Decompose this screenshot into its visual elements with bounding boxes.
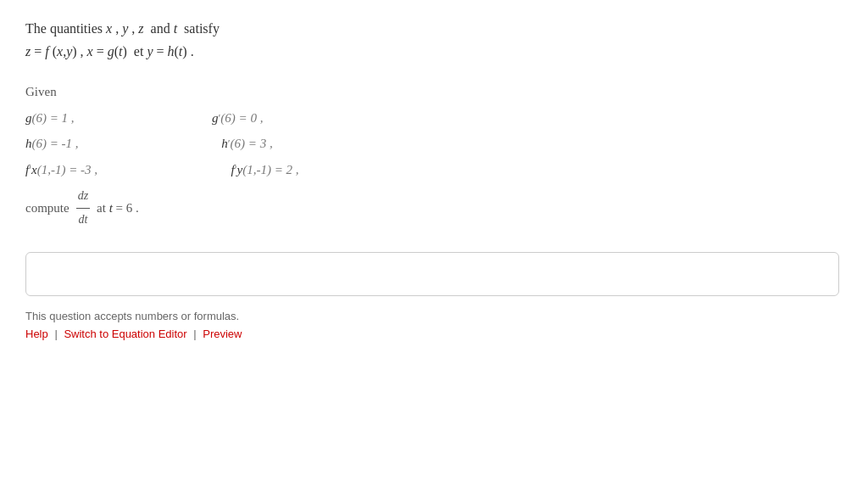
given-row-2-right: h′ (6) = 3 , — [212, 132, 843, 156]
fraction-dz-dt: dz dt — [76, 185, 90, 231]
given-label: Given — [25, 80, 843, 104]
separator-1: | — [54, 328, 60, 340]
help-link[interactable]: Help — [25, 328, 48, 340]
given-row-2-left: h(6) = -1 , — [25, 132, 212, 156]
equation-editor-link[interactable]: Switch to Equation Editor — [64, 328, 186, 340]
compute-line: compute dz dt at t = 6 . — [25, 185, 843, 231]
given-row-3-right: f′y (1,-1) = 2 , — [212, 158, 843, 182]
given-block: Given g(6) = 1 , g′ (6) = 0 , h(6) = -1 … — [25, 80, 843, 231]
given-grid: g(6) = 1 , g′ (6) = 0 , h(6) = -1 , h′ (… — [25, 106, 843, 182]
intro-line: The quantities x , y , z and t satisfy — [25, 17, 843, 40]
footer-note: This question accepts numbers or formula… — [25, 310, 843, 322]
compute-suffix: at t = 6 . — [97, 196, 139, 221]
fraction-numerator: dz — [76, 185, 90, 209]
given-row-1-right: g′ (6) = 0 , — [212, 106, 843, 131]
problem-statement: The quantities x , y , z and t satisfy z… — [25, 17, 843, 63]
equation-line: z = f (x,y) , x = g(t) et y = h(t) . — [25, 40, 843, 63]
answer-input[interactable] — [25, 252, 839, 296]
separator-2: | — [193, 328, 199, 340]
preview-link[interactable]: Preview — [203, 328, 242, 340]
given-row-1-left: g(6) = 1 , — [25, 106, 212, 131]
compute-prefix: compute — [25, 196, 70, 221]
fraction-denominator: dt — [76, 209, 89, 232]
footer-links: Help | Switch to Equation Editor | Previ… — [25, 328, 843, 340]
given-row-3-left: f′x (1,-1) = -3 , — [25, 158, 212, 182]
